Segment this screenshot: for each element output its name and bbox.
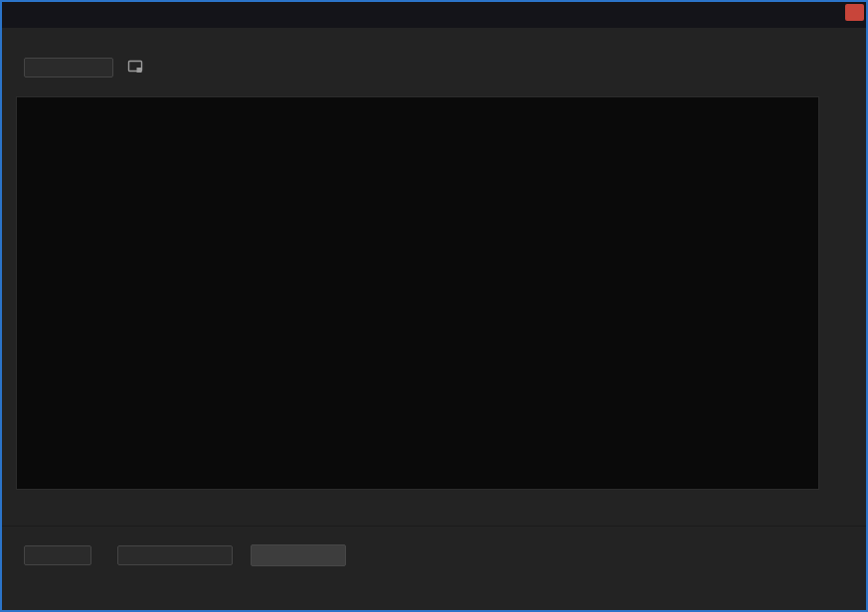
spectrum-graph [17, 97, 315, 246]
frequency-axis [16, 492, 821, 510]
scale-dropdown[interactable] [24, 58, 113, 77]
window-titlebar[interactable] [2, 2, 866, 28]
panel-header [2, 28, 866, 43]
window-close-button[interactable] [845, 4, 864, 21]
channel-dropdown[interactable] [117, 545, 233, 565]
scan-button [251, 544, 346, 566]
frequency-analysis-window [0, 0, 868, 612]
spectrum-section [16, 96, 866, 492]
advanced-section-toggle[interactable] [2, 566, 866, 576]
controls-row [2, 43, 866, 84]
spectrum-plot[interactable] [16, 96, 819, 490]
display-controls-row [2, 526, 866, 566]
db-scale [819, 96, 858, 492]
show-dropdown[interactable] [24, 545, 91, 565]
freeze-display-icon[interactable] [127, 60, 144, 78]
